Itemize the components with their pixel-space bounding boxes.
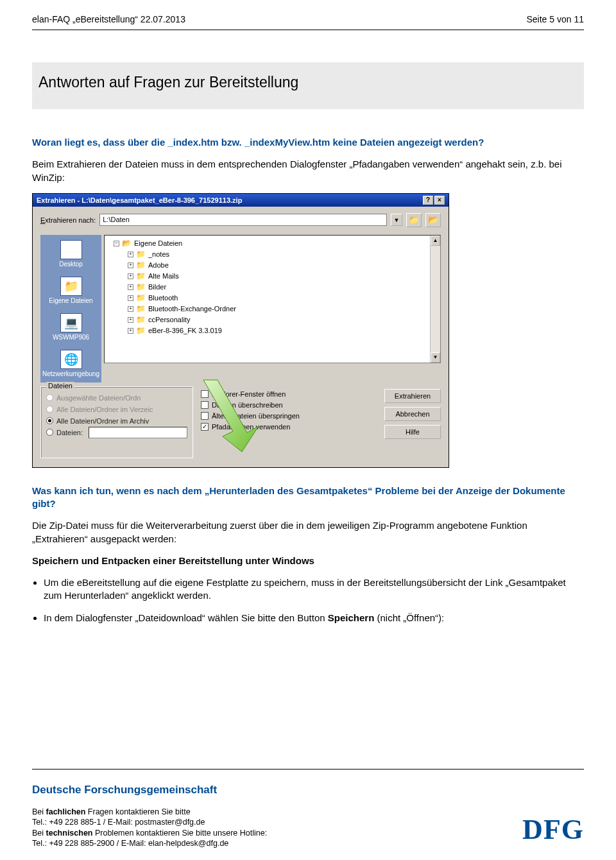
folder-tree[interactable]: − 📂 Eigene Dateien +📁_notes +📁Adobe +📁Al…	[104, 235, 441, 363]
bullet-2: In dem Dialogfenster „Dateidownload“ wäh…	[44, 612, 584, 624]
help-button[interactable]: Hilfe	[384, 425, 441, 439]
radio-selected-files: Ausgewählte Dateien/Ordn	[46, 392, 187, 404]
radio-all-archive[interactable]: Alle Dateien/Ordner im Archiv	[46, 415, 187, 427]
checkbox-checked-icon: ✓	[201, 423, 209, 431]
section-title: Antworten auf Fragen zur Bereitstellung	[38, 74, 578, 91]
footer-line-2: Tel.: +49 228 885-1 / E-Mail: postmaster…	[32, 817, 584, 827]
section-title-box: Antworten auf Fragen zur Bereitstellung	[32, 62, 584, 109]
footer-text: Fragen kontaktieren Sie bitte	[85, 807, 190, 816]
files-fieldset: Dateien Ausgewählte Dateien/Ordn Alle Da…	[40, 386, 193, 458]
sidebar-mydocs[interactable]: 📁 Eigene Dateien	[43, 277, 99, 304]
question-2-subhead: Speichern und Entpacken einer Bereitstel…	[32, 555, 584, 567]
tree-expand-icon[interactable]: +	[128, 273, 133, 279]
help-icon[interactable]: ?	[423, 196, 433, 205]
desktop-icon: 🖥	[60, 240, 82, 259]
folder-icon: 📂	[122, 239, 132, 248]
tree-root: Eigene Dateien	[134, 239, 182, 247]
radio-files-pattern[interactable]: Dateien:	[46, 427, 187, 438]
tree-item: eBer-8-396_FK 3.3.019	[148, 327, 222, 334]
sidebar-desktop[interactable]: 🖥 Desktop	[43, 240, 99, 268]
extract-to-input[interactable]: L:\Daten	[99, 214, 387, 226]
bullet-2-b: (nicht „Öffnen“):	[374, 612, 444, 623]
radio-label: Alle Dateien/Ordner im Verzeic	[56, 406, 153, 413]
extract-to-label: EExtrahieren nach:xtrahieren nach:	[40, 216, 96, 224]
scroll-up-icon[interactable]: ▲	[431, 236, 440, 246]
files-pattern-input[interactable]	[89, 427, 187, 438]
bullet-2-strong: Speichern	[328, 612, 375, 623]
folder-icon: 📁	[136, 261, 146, 270]
sidebar-network-label: Netzwerkumgebung	[42, 370, 99, 377]
bullet-list: Um die eBereitstellung auf die eigene Fe…	[44, 576, 584, 624]
question-2-heading: Was kann ich tun, wenn es nach dem „Heru…	[32, 485, 584, 511]
sidebar-mydocs-label: Eigene Dateien	[49, 297, 92, 304]
dialog-mid: 🖥 Desktop 📁 Eigene Dateien 💻 WSWMP906 🌐 …	[40, 235, 441, 383]
footer-text: Problemen kontaktieren Sie bitte unsere …	[92, 829, 267, 838]
header-rule	[32, 30, 584, 30]
check-label: Explorer-Fenster öffnen	[212, 390, 286, 398]
folder-icon: 📁	[136, 250, 146, 259]
tree-expand-icon[interactable]: +	[128, 306, 133, 312]
check-skip-older[interactable]: Ältere Dateien überspringen	[201, 412, 300, 420]
page-footer: Deutsche Forschungsgemeinschaft Bei fach…	[32, 769, 584, 848]
tree-expand-icon[interactable]: +	[128, 295, 133, 301]
footer-text: fachlichen	[46, 807, 86, 816]
footer-org: Deutsche Forschungsgemeinschaft	[32, 784, 584, 796]
question-1-paragraph: Beim Extrahieren der Dateien muss in dem…	[32, 158, 584, 184]
folder-icon: 📁	[136, 304, 146, 313]
tree-expand-icon[interactable]: +	[128, 252, 133, 257]
winzip-dialog: Extrahieren - L:\Daten\gesamtpaket_eBer-…	[32, 193, 449, 468]
cancel-button[interactable]: Abbrechen	[384, 407, 441, 421]
check-explorer[interactable]: Explorer-Fenster öffnen	[201, 390, 300, 398]
bullet-2-a: In dem Dialogfenster „Dateidownload“ wäh…	[44, 612, 328, 623]
sidebar-network[interactable]: 🌐 Netzwerkumgebung	[43, 350, 99, 377]
check-overwrite[interactable]: Dateien überschreiben	[201, 401, 300, 409]
sidebar-computer-label: WSWMP906	[53, 334, 89, 341]
folder-icon: 📁	[60, 277, 82, 296]
up-folder-icon[interactable]: 📁	[406, 213, 422, 227]
checkbox-icon	[201, 390, 209, 398]
window-controls: ? ×	[423, 196, 445, 205]
tree-item: Bluetooth-Exchange-Ordner	[148, 305, 236, 313]
dialog-lower: Dateien Ausgewählte Dateien/Ordn Alle Da…	[40, 386, 441, 458]
sidebar-desktop-label: Desktop	[59, 261, 83, 268]
close-icon[interactable]: ×	[434, 196, 445, 205]
extract-to-row: EExtrahieren nach:xtrahieren nach: L:\Da…	[40, 213, 441, 227]
tree-expand-icon[interactable]: +	[128, 328, 133, 334]
checkbox-icon	[201, 412, 209, 420]
radio-label: Dateien:	[56, 429, 83, 436]
folder-icon: 📁	[136, 315, 146, 324]
dropdown-icon[interactable]: ▼	[391, 214, 402, 226]
options-checkboxes: Explorer-Fenster öffnen Dateien überschr…	[201, 386, 300, 431]
radio-label: Alle Dateien/Ordner im Archiv	[56, 417, 149, 425]
tree-expand-icon[interactable]: +	[128, 262, 133, 268]
bullet-1: Um die eBereitstellung auf die eigene Fe…	[44, 576, 584, 603]
new-folder-icon[interactable]: 📂	[425, 213, 441, 227]
header-right: Seite 5 von 11	[526, 14, 584, 24]
folder-icon: 📁	[136, 293, 146, 302]
sidebar-computer[interactable]: 💻 WSWMP906	[43, 313, 99, 341]
footer-text: Bei	[32, 807, 46, 816]
page-header: elan-FAQ „eBereitstellung“ 22.07.2013 Se…	[32, 14, 584, 24]
check-label: Pfadangaben verwenden	[212, 423, 290, 431]
footer-line-1: Bei fachlichen Fragen kontaktieren Sie b…	[32, 807, 584, 817]
tree-expand-icon[interactable]: +	[128, 317, 133, 323]
radio-icon	[46, 429, 53, 436]
folder-icon: 📁	[136, 326, 146, 335]
tree-item: Bluetooth	[148, 294, 178, 302]
tree-expand-icon[interactable]: +	[128, 284, 133, 290]
scrollbar[interactable]: ▲ ▼	[430, 236, 440, 363]
tree-collapse-icon[interactable]: −	[114, 241, 119, 246]
tree-item: ccPersonality	[148, 316, 190, 323]
check-use-paths[interactable]: ✓Pfadangaben verwenden	[201, 423, 300, 431]
dialog-body: EExtrahieren nach:xtrahieren nach: L:\Da…	[33, 207, 449, 467]
scroll-down-icon[interactable]: ▼	[431, 352, 440, 363]
fieldset-legend: Dateien	[46, 382, 74, 390]
tree-item: Alte Mails	[148, 272, 179, 280]
dfg-logo: DFG	[522, 813, 584, 846]
network-icon: 🌐	[60, 350, 82, 369]
checkbox-icon	[201, 401, 209, 409]
tree-item: Bilder	[148, 283, 166, 291]
question-1-heading: Woran liegt es, dass über die _index.htm…	[32, 136, 584, 149]
radio-icon	[46, 394, 53, 401]
extract-button[interactable]: Extrahieren	[384, 389, 441, 403]
